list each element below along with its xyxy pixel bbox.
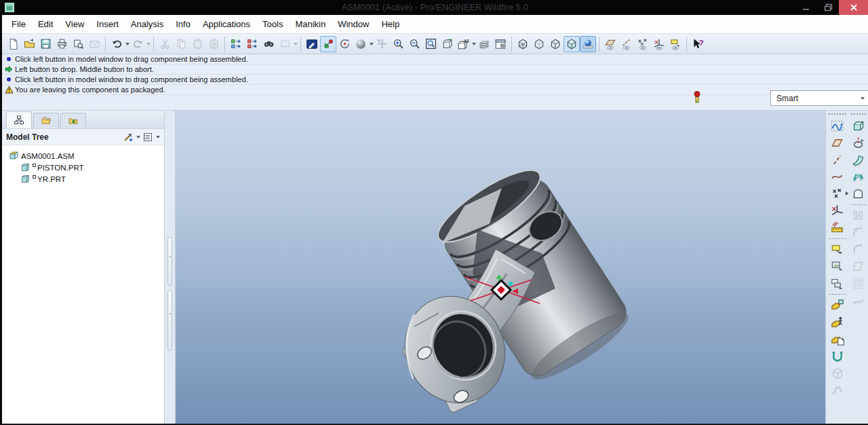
custom-regenerate-icon[interactable] <box>244 36 260 52</box>
hole-tool-icon[interactable] <box>850 207 867 224</box>
wireframe-icon[interactable] <box>515 36 531 52</box>
no-hidden-line-icon[interactable] <box>547 36 564 52</box>
menu-applications[interactable]: Applications <box>197 16 256 32</box>
datum-point-display-icon[interactable] <box>635 36 651 52</box>
navigator-tabs <box>2 111 164 129</box>
pan-icon[interactable] <box>374 36 390 52</box>
paste-special-icon[interactable] <box>205 36 222 52</box>
pattern-tool-icon[interactable] <box>850 275 867 292</box>
create-component-icon[interactable] <box>829 331 846 348</box>
menu-info[interactable]: Info <box>170 16 197 32</box>
zoom-refit-icon[interactable] <box>422 36 439 52</box>
save-file-icon[interactable] <box>37 36 54 52</box>
select-special-caret[interactable] <box>294 43 298 45</box>
redo-icon[interactable] <box>130 36 146 52</box>
tree-row-part[interactable]: PISTON.PRT <box>2 162 164 173</box>
find-icon[interactable] <box>260 36 277 52</box>
wrap-tool-icon[interactable] <box>850 292 867 309</box>
tree-row-assembly[interactable]: ASM0001.ASM <box>2 150 164 162</box>
saved-view-orientations-icon[interactable] <box>439 36 455 52</box>
context-help-icon[interactable]: ? <box>690 36 706 52</box>
feature-annotation-tool-icon[interactable] <box>829 258 846 275</box>
selection-filter-dropdown[interactable]: Smart <box>770 90 868 106</box>
message-row: You are leaving this component as packag… <box>2 85 868 95</box>
paste-icon[interactable] <box>189 36 205 52</box>
tree-row-part[interactable]: YR.PRT <box>2 173 164 185</box>
select-special-icon[interactable] <box>277 36 293 52</box>
splitter-handle[interactable] <box>167 290 172 351</box>
cut-icon[interactable] <box>157 36 173 52</box>
datum-plane-tool-icon[interactable] <box>829 134 846 151</box>
revolve-tool-icon[interactable] <box>850 134 867 151</box>
menu-analysis[interactable]: Analysis <box>125 16 170 32</box>
redraw-icon[interactable] <box>304 36 320 52</box>
component-interface-icon[interactable] <box>829 348 846 365</box>
regenerate-icon[interactable] <box>228 36 244 52</box>
menu-tools[interactable]: Tools <box>256 16 289 32</box>
tree-settings-caret[interactable] <box>156 136 160 138</box>
annotation-tool-icon[interactable] <box>829 241 846 258</box>
menu-window[interactable]: Window <box>332 16 375 32</box>
menu-edit[interactable]: Edit <box>32 16 59 32</box>
tree-filters-caret[interactable] <box>136 136 140 138</box>
boundary-blend-tool-icon[interactable] <box>850 168 867 185</box>
add-manikin-icon[interactable] <box>829 314 846 331</box>
new-file-icon[interactable] <box>5 36 21 52</box>
assemble-component-icon[interactable] <box>829 297 846 314</box>
annotation-display-icon[interactable] <box>667 36 684 52</box>
tab-model-tree[interactable] <box>6 111 32 128</box>
datum-csys-tool-icon[interactable] <box>829 202 846 219</box>
menu-help[interactable]: Help <box>375 16 406 32</box>
send-model-icon[interactable] <box>86 36 102 52</box>
redo-dropdown-caret[interactable] <box>146 43 151 45</box>
shaded-icon[interactable] <box>564 36 580 52</box>
fill-tool-icon[interactable] <box>850 185 867 202</box>
flexible-component-icon[interactable] <box>829 382 846 399</box>
zoom-in-icon[interactable] <box>390 36 406 52</box>
copy-icon[interactable] <box>173 36 189 52</box>
tree-filters-button[interactable] <box>123 132 134 143</box>
datum-axis-tool-icon[interactable] <box>829 151 846 168</box>
open-file-icon[interactable] <box>21 36 37 52</box>
chamfer-tool-icon[interactable] <box>850 241 867 258</box>
menu-view[interactable]: View <box>59 16 90 32</box>
orient-mode-icon[interactable] <box>336 36 353 52</box>
panel-splitter[interactable] <box>165 111 176 424</box>
flyout-arrow[interactable] <box>846 191 848 196</box>
datum-point-tool-icon[interactable] <box>829 185 846 202</box>
round-tool-icon[interactable] <box>850 224 867 241</box>
menu-file[interactable]: File <box>5 16 32 32</box>
extrude-tool-icon[interactable] <box>850 117 867 134</box>
menu-insert[interactable]: Insert <box>90 16 125 32</box>
enhanced-realism-icon[interactable] <box>580 36 596 52</box>
datum-csys-display-icon[interactable] <box>651 36 667 52</box>
annotation-plane-tool-icon[interactable] <box>829 275 846 292</box>
datum-curve-tool-icon[interactable] <box>829 168 846 185</box>
hidden-line-icon[interactable] <box>531 36 547 52</box>
measure-tool-icon[interactable] <box>829 219 846 236</box>
packaged-status-marker <box>33 175 36 179</box>
tree-settings-icon <box>142 132 153 143</box>
datum-axis-display-icon[interactable] <box>618 36 635 52</box>
display-style-icon[interactable] <box>353 36 369 52</box>
message-text: Click left button in model window to dra… <box>15 55 248 63</box>
splitter-handle[interactable] <box>167 237 172 286</box>
spin-center-icon[interactable] <box>320 36 336 52</box>
tab-favorites[interactable] <box>60 113 86 128</box>
print-preview-icon[interactable] <box>70 36 86 52</box>
undo-icon[interactable] <box>108 36 125 52</box>
tab-folder-browser[interactable] <box>33 113 59 128</box>
layers-icon[interactable] <box>476 36 492 52</box>
zoom-out-icon[interactable] <box>406 36 422 52</box>
datum-plane-display-icon[interactable] <box>602 36 618 52</box>
print-icon[interactable] <box>54 36 70 52</box>
tree-settings-button[interactable] <box>142 132 153 143</box>
skeleton-model-icon[interactable] <box>829 365 846 382</box>
view-manager-icon[interactable] <box>492 36 509 52</box>
sweep-tool-icon[interactable] <box>850 151 867 168</box>
draft-tool-icon[interactable] <box>850 258 867 275</box>
sketch-tool-icon[interactable] <box>829 117 846 134</box>
graphics-viewport[interactable] <box>176 111 825 424</box>
menu-manikin[interactable]: Manikin <box>289 16 332 32</box>
annotation-orientation-icon[interactable]: AB <box>455 36 471 52</box>
